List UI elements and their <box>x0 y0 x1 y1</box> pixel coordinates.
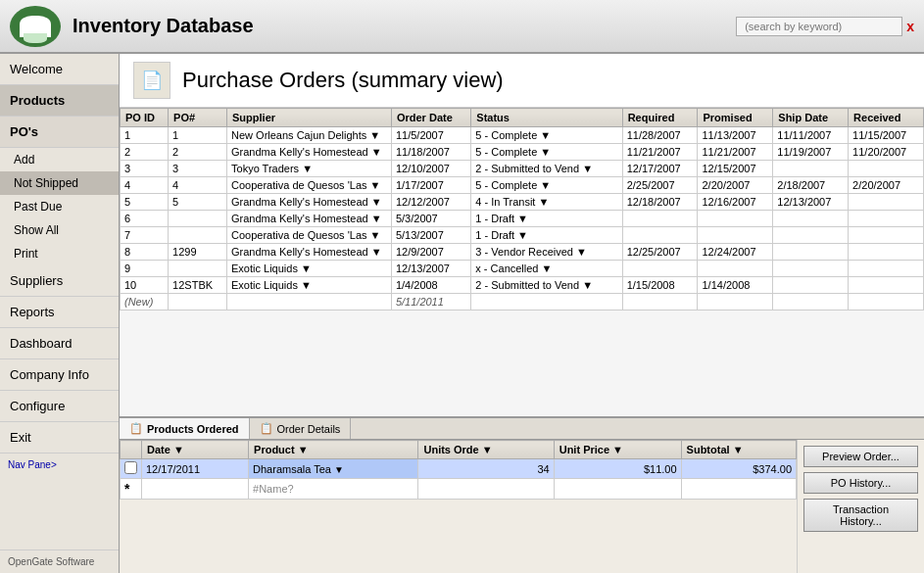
table-cell[interactable] <box>773 261 849 277</box>
table-row[interactable]: 11New Orleans Cajun Delights ▼11/5/20075… <box>121 127 924 144</box>
po-history-button[interactable]: PO History... <box>803 472 918 494</box>
table-cell[interactable]: Grandma Kelly's Homestead ▼ <box>227 211 392 227</box>
table-cell[interactable]: 3 <box>169 161 227 177</box>
preview-order-button[interactable]: Preview Order... <box>803 446 918 467</box>
table-cell[interactable]: Cooperativa de Quesos 'Las ▼ <box>227 227 392 244</box>
bottom-new-row[interactable]: * #Name? <box>121 479 797 500</box>
table-cell[interactable]: 4 <box>169 177 227 194</box>
transaction-history-button[interactable]: Transaction History... <box>803 499 918 532</box>
table-cell[interactable] <box>773 294 849 310</box>
sidebar-item-show-all[interactable]: Show All <box>0 218 119 242</box>
table-cell[interactable]: 5 - Complete ▼ <box>471 127 622 144</box>
product-dropdown[interactable]: ▼ <box>334 464 344 475</box>
table-cell[interactable]: 3 - Vendor Received ▼ <box>471 244 622 261</box>
table-cell[interactable]: 5 <box>169 194 227 211</box>
table-row[interactable]: 33Tokyo Traders ▼12/10/20072 - Submitted… <box>121 161 924 177</box>
table-cell[interactable]: 1 <box>169 127 227 144</box>
table-row[interactable]: 22Grandma Kelly's Homestead ▼11/18/20075… <box>121 144 924 161</box>
table-cell[interactable]: 1 - Draft ▼ <box>471 227 622 244</box>
table-cell[interactable]: 1/14/2008 <box>698 277 773 294</box>
table-cell[interactable]: 11/21/2007 <box>698 144 773 161</box>
table-cell[interactable]: 11/13/2007 <box>698 127 773 144</box>
table-cell[interactable]: 11/19/2007 <box>773 144 849 161</box>
table-cell[interactable] <box>622 227 698 244</box>
table-cell[interactable]: 12/15/2007 <box>698 161 773 177</box>
table-cell[interactable] <box>698 294 773 310</box>
table-row[interactable]: 55Grandma Kelly's Homestead ▼12/12/20074… <box>121 194 924 211</box>
table-cell[interactable]: 1 - Draft ▼ <box>471 211 622 227</box>
sidebar-item-company-info[interactable]: Company Info <box>0 359 119 391</box>
bottom-table-row[interactable]: 12/17/2011 Dharamsala Tea ▼ 34 $11.00 $3… <box>121 459 797 479</box>
sidebar-item-past-due[interactable]: Past Due <box>0 195 119 218</box>
table-cell[interactable]: Tokyo Traders ▼ <box>227 161 392 177</box>
table-row[interactable]: 7Cooperativa de Quesos 'Las ▼5/13/20071 … <box>121 227 924 244</box>
tab-order-details[interactable]: 📋 Order Details <box>250 418 352 439</box>
table-cell[interactable]: 2 - Submitted to Vend ▼ <box>471 277 622 294</box>
table-cell[interactable]: 12/24/2007 <box>698 244 773 261</box>
table-cell[interactable] <box>849 161 924 177</box>
table-cell[interactable] <box>622 211 698 227</box>
table-row[interactable]: 6Grandma Kelly's Homestead ▼5/3/20071 - … <box>121 211 924 227</box>
table-cell[interactable] <box>622 294 698 310</box>
table-cell[interactable]: Grandma Kelly's Homestead ▼ <box>227 144 392 161</box>
table-cell[interactable]: 11/28/2007 <box>622 127 698 144</box>
table-cell[interactable]: 11/21/2007 <box>622 144 698 161</box>
table-cell[interactable] <box>849 277 924 294</box>
table-cell[interactable] <box>849 194 924 211</box>
table-cell[interactable] <box>698 261 773 277</box>
table-cell[interactable] <box>773 161 849 177</box>
table-cell[interactable]: 12/18/2007 <box>622 194 698 211</box>
table-row[interactable]: (New)5/11/2011 <box>121 294 924 310</box>
sidebar-item-add[interactable]: Add <box>0 148 119 171</box>
table-cell[interactable] <box>849 227 924 244</box>
table-cell[interactable]: 5 - Complete ▼ <box>471 144 622 161</box>
table-cell[interactable]: Grandma Kelly's Homestead ▼ <box>227 194 392 211</box>
table-cell[interactable] <box>849 211 924 227</box>
table-cell[interactable] <box>849 294 924 310</box>
table-cell[interactable] <box>622 261 698 277</box>
table-row[interactable]: 44Cooperativa de Quesos 'Las ▼1/17/20075… <box>121 177 924 194</box>
table-cell[interactable]: 1/15/2008 <box>622 277 698 294</box>
tab-products-ordered[interactable]: 📋 Products Ordered <box>120 418 250 439</box>
table-cell[interactable] <box>773 227 849 244</box>
table-cell[interactable]: 11/15/2007 <box>849 127 924 144</box>
search-input[interactable] <box>736 17 902 36</box>
search-close-icon[interactable]: x <box>906 19 914 34</box>
table-cell[interactable] <box>471 294 622 310</box>
table-cell[interactable]: 2 - Submitted to Vend ▼ <box>471 161 622 177</box>
sidebar-item-dashboard[interactable]: Dashboard <box>0 328 119 359</box>
table-cell[interactable]: 2/20/2007 <box>698 177 773 194</box>
sidebar-item-suppliers[interactable]: Suppliers <box>0 265 119 297</box>
table-cell[interactable] <box>773 244 849 261</box>
table-cell[interactable]: 12/25/2007 <box>622 244 698 261</box>
table-cell[interactable] <box>698 211 773 227</box>
table-cell[interactable]: 2/20/2007 <box>849 177 924 194</box>
table-cell[interactable]: 12/13/2007 <box>773 194 849 211</box>
table-cell[interactable] <box>169 294 227 310</box>
table-cell[interactable] <box>773 211 849 227</box>
sidebar-item-reports[interactable]: Reports <box>0 297 119 328</box>
sidebar-item-not-shipped[interactable]: Not Shipped <box>0 171 119 195</box>
table-cell[interactable]: Exotic Liquids ▼ <box>227 277 392 294</box>
table-cell[interactable] <box>849 261 924 277</box>
table-cell[interactable]: 12/16/2007 <box>698 194 773 211</box>
sidebar-item-products[interactable]: Products <box>0 85 119 117</box>
table-row[interactable]: 1012STBKExotic Liquids ▼1/4/20082 - Subm… <box>121 277 924 294</box>
sidebar-item-print[interactable]: Print <box>0 242 119 265</box>
table-cell[interactable] <box>169 211 227 227</box>
row-checkbox[interactable] <box>124 461 137 474</box>
table-cell[interactable]: 12STBK <box>169 277 227 294</box>
table-cell[interactable] <box>849 244 924 261</box>
table-cell[interactable]: x - Cancelled ▼ <box>471 261 622 277</box>
table-cell[interactable]: 2/25/2007 <box>622 177 698 194</box>
table-cell[interactable] <box>698 227 773 244</box>
sidebar-item-configure[interactable]: Configure <box>0 391 119 422</box>
table-cell[interactable] <box>169 261 227 277</box>
table-cell[interactable]: 2/18/2007 <box>773 177 849 194</box>
table-cell[interactable] <box>227 294 392 310</box>
table-cell[interactable]: 2 <box>169 144 227 161</box>
table-cell[interactable]: Cooperativa de Quesos 'Las ▼ <box>227 177 392 194</box>
table-cell[interactable]: Grandma Kelly's Homestead ▼ <box>227 244 392 261</box>
nav-pane-toggle[interactable]: Nav Pane> <box>0 457 119 472</box>
table-row[interactable]: 9Exotic Liquids ▼12/13/2007x - Cancelled… <box>121 261 924 277</box>
